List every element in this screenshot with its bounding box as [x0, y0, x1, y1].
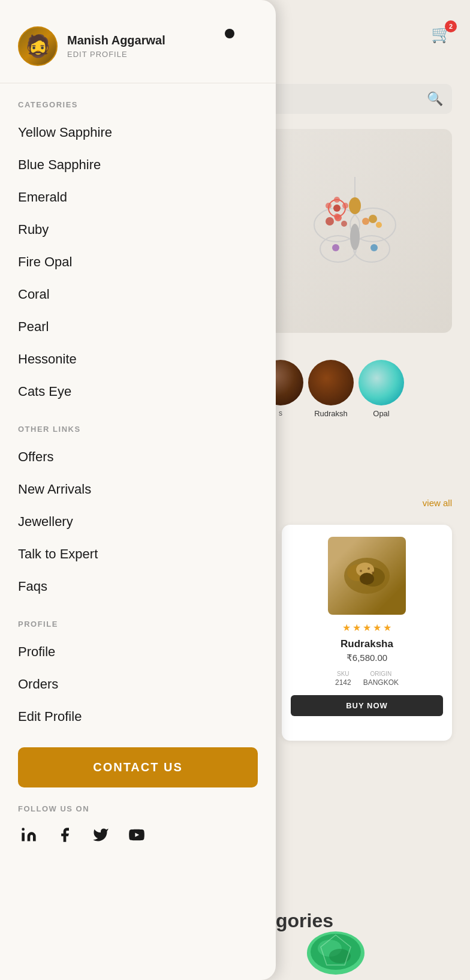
svg-point-25	[360, 573, 374, 585]
facebook-icon[interactable]	[54, 824, 76, 846]
contact-us-button[interactable]: CONTACT US	[18, 747, 258, 787]
notification-dot	[225, 29, 234, 38]
product-card: ★ ★ ★ ★ ★ Rudraksha ₹6,580.00 SKU 2142 O…	[282, 525, 452, 741]
emerald-gem-image	[300, 920, 372, 980]
linkedin-icon[interactable]	[18, 824, 40, 846]
menu-item-jewellery[interactable]: Jewellery	[0, 506, 276, 538]
categories-section-header: CATEGORIES	[0, 83, 276, 116]
svg-point-10	[369, 215, 377, 223]
menu-item-new-arrivals[interactable]: New Arrivals	[0, 473, 276, 506]
avatar-wrap: 🧔	[18, 26, 58, 66]
svg-point-19	[334, 197, 340, 203]
star-1: ★	[342, 622, 351, 633]
menu-item-orders[interactable]: Orders	[0, 668, 276, 701]
cat-circle-rudraksh	[308, 360, 354, 405]
butterfly-jewelry-svg	[295, 171, 415, 291]
svg-point-27	[367, 567, 370, 570]
svg-point-6	[326, 217, 334, 226]
menu-item-faqs[interactable]: Faqs	[0, 570, 276, 603]
star-3: ★	[363, 622, 371, 633]
cart-area: 🛒 2	[431, 24, 452, 44]
menu-item-fire-opal[interactable]: Fire Opal	[0, 246, 276, 278]
svg-point-13	[370, 244, 378, 251]
cat-item-opal: Opal	[358, 360, 404, 418]
star-2: ★	[352, 622, 361, 633]
linkedin-svg	[20, 826, 37, 843]
star-4: ★	[373, 622, 381, 633]
emerald-svg	[303, 923, 369, 977]
menu-item-talk-to-expert[interactable]: Talk to Expert	[0, 538, 276, 570]
svg-point-9	[362, 218, 369, 225]
cart-icon-wrap[interactable]: 🛒 2	[431, 24, 452, 44]
svg-point-18	[342, 203, 348, 209]
product-name: Rudraksha	[341, 638, 393, 650]
menu-item-cats-eye[interactable]: Cats Eye	[0, 375, 276, 408]
buy-now-button[interactable]: BUY NOW	[291, 695, 443, 716]
other-links-section-header: OTHER LINKS	[0, 408, 276, 441]
product-price: ₹6,580.00	[347, 653, 387, 663]
menu-item-edit-profile[interactable]: Edit Profile	[0, 701, 276, 733]
follow-label: FOLLOW US ON	[18, 804, 258, 813]
sku-col: SKU 2142	[335, 671, 351, 687]
menu-item-profile[interactable]: Profile	[0, 636, 276, 668]
origin-col: ORIGIN BANGKOK	[363, 671, 399, 687]
svg-point-14	[349, 197, 361, 214]
menu-item-offers[interactable]: Offers	[0, 441, 276, 473]
search-bar[interactable]: 🔍	[258, 84, 452, 114]
svg-point-16	[333, 205, 341, 212]
facebook-svg	[56, 826, 73, 843]
svg-point-17	[326, 203, 332, 209]
menu-item-blue-sapphire[interactable]: Blue Sapphire	[0, 149, 276, 181]
featured-product-image	[258, 129, 452, 333]
search-icon: 🔍	[427, 91, 443, 107]
navigation-drawer: 🧔 Manish Aggarwal EDIT PROFILE CATEGORIE…	[0, 0, 276, 980]
edit-profile-label[interactable]: EDIT PROFILE	[67, 50, 165, 59]
youtube-icon[interactable]	[126, 824, 147, 846]
follow-section: FOLLOW US ON	[0, 799, 276, 855]
avatar-emoji: 🧔	[25, 34, 52, 59]
menu-item-pearl[interactable]: Pearl	[0, 311, 276, 343]
svg-point-26	[360, 570, 362, 572]
svg-point-8	[341, 221, 347, 227]
menu-item-emerald[interactable]: Emerald	[0, 181, 276, 214]
user-info: Manish Aggarwal EDIT PROFILE	[67, 34, 165, 59]
svg-point-5	[350, 224, 360, 250]
twitter-svg	[92, 826, 109, 843]
profile-section-header: PROFILE	[0, 603, 276, 636]
cart-badge: 2	[445, 20, 457, 32]
star-5: ★	[383, 622, 391, 633]
product-meta: SKU 2142 ORIGIN BANGKOK	[335, 671, 399, 687]
star-rating: ★ ★ ★ ★ ★	[342, 622, 391, 633]
social-icons-row	[18, 824, 258, 846]
svg-point-12	[332, 244, 339, 251]
cat-circle-opal	[358, 360, 404, 405]
user-header: 🧔 Manish Aggarwal EDIT PROFILE	[0, 0, 276, 83]
view-all-link[interactable]: view all	[423, 498, 452, 508]
svg-point-35	[22, 828, 25, 831]
avatar: 🧔	[18, 26, 58, 66]
menu-item-coral[interactable]: Coral	[0, 278, 276, 311]
user-name: Manish Aggarwal	[67, 34, 165, 47]
product-image	[328, 537, 406, 615]
category-circles-row: s Rudraksh Opal	[258, 360, 464, 418]
svg-point-11	[376, 222, 382, 228]
menu-item-hessonite[interactable]: Hessonite	[0, 343, 276, 375]
menu-item-ruby[interactable]: Ruby	[0, 214, 276, 246]
menu-item-yellow-sapphire[interactable]: Yellow Sapphire	[0, 116, 276, 149]
svg-point-29	[363, 576, 365, 578]
rudraksha-svg	[340, 552, 394, 600]
svg-point-20	[334, 214, 340, 220]
twitter-icon[interactable]	[90, 824, 112, 846]
cat-item-rudraksh: Rudraksh	[308, 360, 354, 418]
youtube-svg	[128, 826, 145, 843]
svg-point-28	[372, 572, 374, 574]
